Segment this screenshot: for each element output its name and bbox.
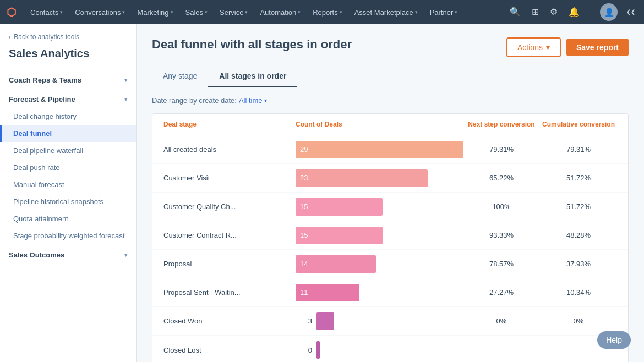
row-label: Closed Lost	[163, 341, 296, 360]
forecast-chevron-icon: ▾	[124, 96, 127, 102]
date-filter-label: Date range by create date:	[152, 96, 237, 105]
cumulative-metric: 51.72%	[540, 197, 617, 216]
cumulative-metric: 51.72%	[540, 168, 617, 188]
bar: 23	[296, 169, 428, 187]
bar-value: 15	[300, 231, 308, 239]
actions-button[interactable]: Actions ▾	[506, 37, 561, 57]
sidebar-title: Sales Analytics	[0, 45, 136, 69]
save-report-button[interactable]: Save report	[566, 39, 629, 56]
next-step-metric: 93.33%	[463, 226, 540, 245]
sidebar-item-deal-pipeline-waterfall[interactable]: Deal pipeline waterfall	[0, 142, 136, 159]
sidebar-item-deal-push-rate[interactable]: Deal push rate	[0, 159, 136, 176]
col-deal-stage: Deal stage	[163, 120, 296, 128]
top-navigation: ⬡ Contacts ▾ Conversations ▾ Marketing ▾…	[0, 0, 644, 24]
sidebar-section-coach: Coach Reps & Teams ▾	[0, 69, 136, 89]
bar-container: 15	[296, 198, 463, 216]
row-label: Closed Won	[163, 311, 296, 331]
next-step-metric: 27.27%	[463, 283, 540, 302]
bar-tiny	[316, 341, 320, 359]
sales-outcomes-chevron-icon: ▾	[124, 252, 127, 258]
table-row: Proposal 14 78.57% 37.93%	[152, 250, 628, 278]
sidebar-item-deal-change-history[interactable]: Deal change history	[0, 108, 136, 125]
next-step-metric: 78.57%	[463, 254, 540, 273]
bar-container: 11	[296, 284, 463, 301]
back-arrow-icon: ‹	[9, 34, 10, 40]
cumulative-metric: 79.31%	[540, 140, 617, 159]
table-row: Customer Visit 23 65.22% 51.72%	[152, 164, 628, 193]
sidebar-item-pipeline-historical-snapshots[interactable]: Pipeline historical snapshots	[0, 193, 136, 210]
col-count: Count of Deals	[296, 120, 463, 128]
bar-value: 23	[300, 174, 308, 182]
date-filter-text: All time	[239, 96, 263, 105]
help-button[interactable]: Help	[597, 331, 631, 349]
tab-all-stages[interactable]: All stages in order	[208, 66, 297, 87]
bar-container: 14	[296, 255, 463, 273]
sidebar-section-header-sales-outcomes[interactable]: Sales Outcomes ▾	[0, 244, 136, 264]
funnel-table: Deal stage Count of Deals Next step conv…	[152, 113, 629, 362]
back-to-analytics-link[interactable]: ‹ Back to analytics tools	[0, 24, 136, 45]
next-step-metric: 79.31%	[463, 140, 540, 159]
nav-contacts[interactable]: Contacts ▾	[25, 6, 68, 19]
nav-right: 🔍 ⊞ ⚙ 🔔 👤 ❮❮	[507, 3, 637, 21]
row-label: Proposal Sent - Waitin...	[163, 283, 296, 302]
bar-cell: 23	[296, 165, 463, 191]
row-label: Customer Contract R...	[163, 226, 296, 245]
nav-reports[interactable]: Reports ▾	[307, 6, 348, 19]
sidebar-section-header-coach[interactable]: Coach Reps & Teams ▾	[0, 69, 136, 89]
notifications-button[interactable]: 🔔	[566, 6, 582, 19]
back-label: Back to analytics tools	[14, 33, 79, 41]
page-actions: Actions ▾ Save report	[506, 37, 629, 57]
nav-divider	[591, 4, 591, 20]
sidebar-section-header-forecast[interactable]: Forecast & Pipeline ▾	[0, 89, 136, 108]
bar-value: 29	[300, 145, 308, 153]
report-tabs: Any stage All stages in order	[152, 66, 629, 87]
bar-small	[316, 312, 334, 330]
tab-any-stage[interactable]: Any stage	[152, 66, 208, 87]
sidebar: ‹ Back to analytics tools Sales Analytic…	[0, 24, 137, 362]
nav-partner[interactable]: Partner ▾	[424, 6, 463, 19]
app-layout: ‹ Back to analytics tools Sales Analytic…	[0, 24, 644, 362]
table-row: Closed Won 3 0% 0%	[152, 307, 628, 336]
bar: 14	[296, 255, 376, 273]
nav-conversations[interactable]: Conversations ▾	[69, 6, 130, 19]
sidebar-item-deal-funnel[interactable]: Deal funnel	[0, 125, 136, 142]
bar: 15	[296, 198, 383, 216]
cumulative-metric: 10.34%	[540, 283, 617, 302]
bar-cell: 14	[296, 251, 463, 277]
page-title: Deal funnel with all stages in order	[152, 37, 352, 52]
bar: 29	[296, 141, 463, 158]
nav-service[interactable]: Service ▾	[214, 6, 253, 19]
nav-sales[interactable]: Sales ▾	[180, 6, 214, 19]
nav-expand-button[interactable]: ❮❮	[624, 7, 637, 17]
avatar[interactable]: 👤	[600, 3, 618, 21]
bar-value: 15	[300, 202, 308, 211]
nav-automation[interactable]: Automation ▾	[254, 6, 306, 19]
main-content: Deal funnel with all stages in order Act…	[137, 24, 644, 362]
search-button[interactable]: 🔍	[507, 6, 523, 19]
nav-asset-marketplace[interactable]: Asset Marketplace ▾	[349, 6, 423, 19]
bar: 11	[296, 284, 359, 301]
bar-container: 15	[296, 227, 463, 244]
next-step-metric	[463, 344, 540, 355]
nav-marketing[interactable]: Marketing ▾	[132, 6, 178, 19]
sidebar-item-manual-forecast[interactable]: Manual forecast	[0, 176, 136, 193]
table-row: Customer Quality Ch... 15 100% 51.72%	[152, 193, 628, 221]
table-row: Customer Contract R... 15 93.33% 48.28%	[152, 221, 628, 250]
nav-items: Contacts ▾ Conversations ▾ Marketing ▾ S…	[25, 6, 507, 19]
sidebar-item-quota-attainment[interactable]: Quota attainment	[0, 210, 136, 227]
sidebar-item-stage-probability-weighted[interactable]: Stage probability weighted forecast	[0, 227, 136, 244]
bar-value: 11	[300, 288, 308, 297]
sidebar-section-forecast: Forecast & Pipeline ▾ Deal change histor…	[0, 89, 136, 244]
table-row: Proposal Sent - Waitin... 11 27.27% 10.3…	[152, 278, 628, 307]
actions-label: Actions	[517, 43, 543, 52]
hubspot-logo[interactable]: ⬡	[7, 6, 16, 19]
next-step-metric: 65.22%	[463, 168, 540, 188]
date-filter-value[interactable]: All time ▾	[239, 96, 267, 105]
coach-chevron-icon: ▾	[124, 77, 127, 83]
count-outside: 3	[296, 317, 312, 325]
sidebar-section-sales-outcomes: Sales Outcomes ▾	[0, 244, 136, 264]
page-header: Deal funnel with all stages in order Act…	[152, 37, 629, 57]
bar-container: 23	[296, 169, 463, 187]
settings-button[interactable]: ⚙	[548, 6, 560, 19]
apps-button[interactable]: ⊞	[530, 6, 541, 19]
